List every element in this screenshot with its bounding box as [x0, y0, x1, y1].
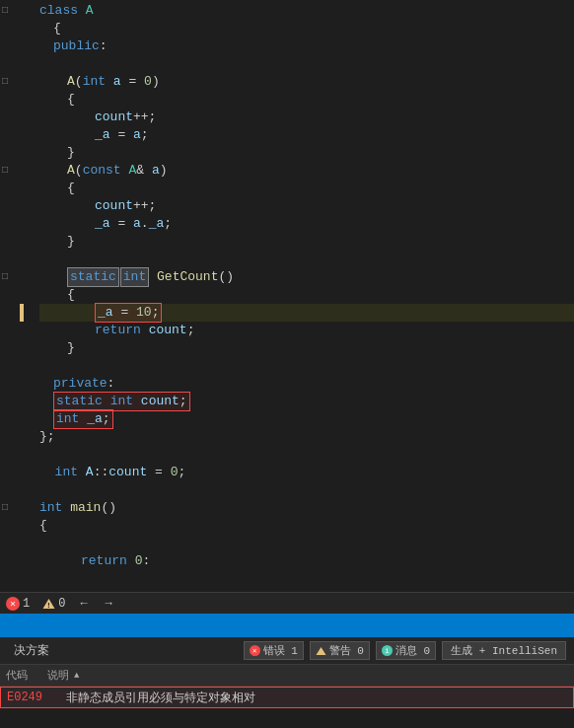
code-line: { — [39, 180, 574, 197]
warning-icon: ! — [41, 597, 55, 611]
filter-warning-icon — [316, 646, 326, 656]
code-line: class A — [39, 2, 574, 20]
code-line — [39, 251, 574, 268]
filter-info-btn[interactable]: i 消息 0 — [376, 641, 436, 660]
error-icon: ✕ — [6, 597, 20, 611]
code-line: return count; — [39, 322, 574, 339]
error-description: 非静态成员引用必须与特定对象相对 — [66, 690, 567, 706]
collapse-icon[interactable]: □ — [2, 73, 8, 91]
filter-errors-label: 错误 1 — [263, 643, 298, 658]
code-line: count++; — [39, 197, 574, 215]
error-table-header: 代码 说明 ▲ — [0, 665, 574, 687]
code-line — [39, 481, 574, 499]
filter-info-label: 消息 0 — [395, 643, 430, 658]
code-line: static int count; — [39, 393, 574, 410]
filter-errors-btn[interactable]: ✕ 错误 1 — [244, 641, 304, 660]
blue-status-bar — [0, 614, 574, 635]
code-line: } — [39, 144, 574, 162]
code-line: return 0: — [39, 552, 574, 570]
collapse-icon[interactable]: □ — [2, 2, 8, 20]
highlight-int: int — [120, 267, 149, 287]
error-code: E0249 — [7, 691, 56, 704]
code-line: A(int a = 0) — [39, 73, 574, 91]
filter-error-icon: ✕ — [250, 645, 260, 656]
tab-solution[interactable]: 决方案 — [8, 640, 55, 661]
collapse-icon[interactable]: □ — [2, 499, 8, 517]
code-content[interactable]: class A { public: A(int a = 0) { — [30, 0, 574, 592]
sort-arrow-icon: ▲ — [74, 671, 79, 681]
red-box-static: static int count; — [53, 392, 190, 411]
code-line: int main() — [39, 499, 574, 517]
code-line — [39, 55, 574, 73]
code-editor[interactable]: □ □ □ □ — [0, 0, 574, 592]
mini-status-bar: ✕ 1 ! 0 ← → — [0, 592, 574, 614]
arrow-left-btn[interactable]: ← — [77, 597, 90, 611]
filter-warnings-btn[interactable]: 警告 0 — [310, 641, 370, 660]
code-line: } — [39, 339, 574, 357]
svg-marker-2 — [316, 647, 325, 655]
code-line: int _a; — [39, 410, 574, 428]
arrow-right-btn[interactable]: → — [103, 597, 115, 611]
code-line: { — [39, 286, 574, 304]
code-line: { — [39, 91, 574, 109]
error-row[interactable]: E0249 非静态成员引用必须与特定对象相对 — [0, 687, 574, 708]
tab-solution-label: 决方案 — [14, 642, 49, 659]
code-line: count++; — [39, 109, 574, 126]
generate-btn-label: 生成 + IntelliSen — [451, 645, 557, 657]
code-line: _a = a._a; — [39, 215, 574, 233]
col-header-desc: 说明 ▲ — [47, 668, 79, 683]
code-line — [39, 446, 574, 464]
code-line: { — [39, 20, 574, 37]
col-header-code: 代码 — [6, 668, 28, 683]
code-line: static int GetCount() — [39, 268, 574, 286]
code-line: int A::count = 0; — [39, 464, 574, 481]
col-code-label: 代码 — [6, 668, 28, 683]
line-numbers: □ □ □ □ — [0, 0, 30, 592]
error-panel-header: 决方案 ✕ 错误 1 警告 0 i 消息 0 生成 + IntelliSen — [0, 637, 574, 665]
code-line: A(const A& a) — [39, 162, 574, 180]
collapse-icon[interactable]: □ — [2, 162, 8, 180]
code-line — [39, 357, 574, 375]
code-line: public: — [39, 37, 574, 55]
svg-text:!: ! — [46, 601, 51, 610]
error-count-item[interactable]: ✕ 1 — [6, 597, 30, 611]
code-line: }; — [39, 428, 574, 446]
code-line-error: _a = 10; — [39, 304, 574, 322]
generate-btn[interactable]: 生成 + IntelliSen — [442, 641, 566, 660]
code-line: } — [39, 233, 574, 251]
error-count: 1 — [23, 597, 30, 611]
col-desc-label: 说明 — [47, 668, 69, 683]
highlight-static: static — [67, 267, 119, 287]
editor-container: □ □ □ □ — [0, 0, 574, 708]
warning-count-item[interactable]: ! 0 — [41, 597, 65, 611]
red-box-int-a: int _a; — [53, 409, 113, 429]
collapse-icon[interactable]: □ — [2, 268, 8, 286]
yellow-indicator — [20, 304, 24, 322]
code-line — [39, 535, 574, 552]
filter-info-icon: i — [382, 645, 393, 656]
code-line: _a = a; — [39, 126, 574, 144]
code-line: private: — [39, 375, 574, 393]
code-line: { — [39, 517, 574, 535]
filter-warnings-label: 警告 0 — [329, 643, 364, 658]
filter-area: ✕ 错误 1 警告 0 i 消息 0 生成 + IntelliSen — [244, 641, 566, 660]
warning-count: 0 — [58, 597, 65, 611]
error-highlight: _a = 10; — [95, 303, 162, 323]
error-panel: 决方案 ✕ 错误 1 警告 0 i 消息 0 生成 + IntelliSen — [0, 635, 574, 708]
